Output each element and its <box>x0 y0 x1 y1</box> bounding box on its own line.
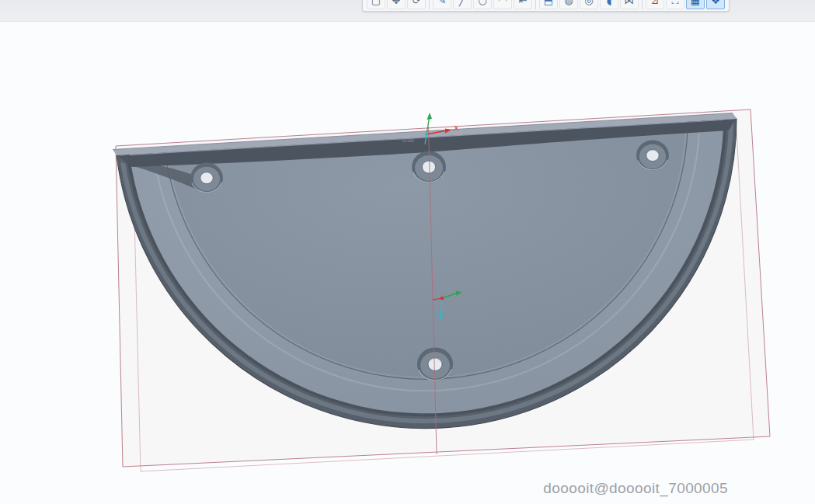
pan-tool-icon[interactable]: ✥ <box>387 0 406 9</box>
extrude-feature-icon[interactable]: ⬒ <box>539 0 558 9</box>
sketch-tool-icon[interactable]: ✎ <box>433 0 451 9</box>
revolve-feature-icon[interactable]: ◍ <box>559 0 578 9</box>
dimension-tool-icon[interactable]: ⇤ <box>514 0 532 9</box>
line-tool-icon[interactable]: ╱ <box>453 0 472 9</box>
arc-tool-icon[interactable]: ◠ <box>493 0 512 9</box>
3d-viewport[interactable]: X 0.00 <box>0 0 815 504</box>
axis-x-label: X <box>454 123 459 132</box>
circle-tool-icon[interactable]: ○ <box>473 0 492 9</box>
toolbar-divider <box>642 0 643 9</box>
counterbore-hole-bottom-center[interactable] <box>417 347 453 381</box>
rotate-view-tool-icon[interactable]: ⟳ <box>407 0 426 9</box>
origin-coordinate-label: 0.00 <box>402 137 414 144</box>
counterbore-hole-left[interactable] <box>190 163 223 193</box>
hole-feature-icon[interactable]: ◎ <box>580 0 598 9</box>
display-mode-toggle-icon[interactable]: ❖ <box>706 0 725 9</box>
select-tool-icon[interactable]: ▢ <box>367 0 385 9</box>
fillet-feature-icon[interactable]: ◖ <box>600 0 618 9</box>
zoom-fit-icon[interactable]: ⛶ <box>666 0 684 9</box>
watermark: dooooit@dooooit_7000005 <box>543 480 728 497</box>
counterbore-hole-right[interactable] <box>636 141 669 171</box>
measure-tool-icon[interactable]: ⊿ <box>646 0 664 9</box>
toolbar: ▢✥⟳✎╱○◠⇤⬒◍◎◖⋈⊿⛶▦❖ <box>362 0 730 12</box>
toolbar-buttons: ▢✥⟳✎╱○◠⇤⬒◍◎◖⋈⊿⛶▦❖ <box>366 0 726 9</box>
toolbar-divider <box>535 0 536 9</box>
toolbar-divider <box>429 0 430 9</box>
mirror-feature-icon[interactable]: ⋈ <box>620 0 639 9</box>
view-style-toggle-icon[interactable]: ▦ <box>686 0 705 9</box>
